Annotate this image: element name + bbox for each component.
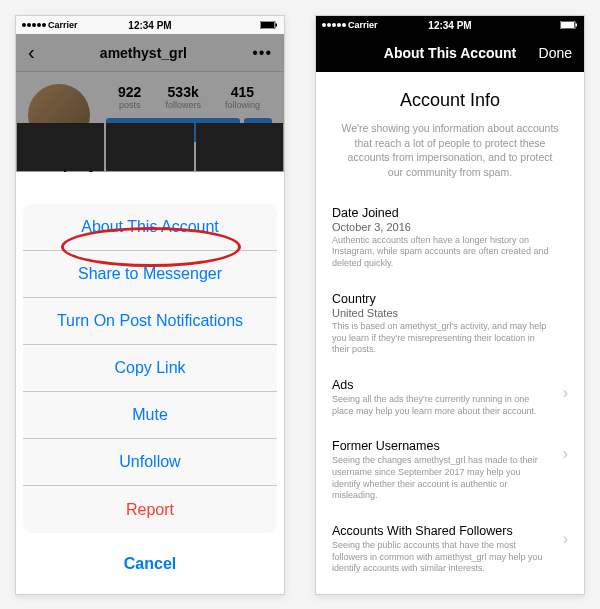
sheet-item-report[interactable]: Report	[23, 486, 277, 533]
ads-hint: Seeing all the ads they're currently run…	[332, 394, 568, 417]
shared-followers-label: Accounts With Shared Followers	[332, 524, 568, 538]
signal-icon	[322, 23, 346, 27]
svg-rect-5	[576, 24, 578, 27]
about-body: Account Info We're showing you informati…	[316, 72, 584, 595]
profile-background: ‹ amethyst_grl ••• 922posts 533kfollower…	[16, 34, 284, 172]
date-joined-value: October 3, 2016	[332, 221, 568, 233]
country-label: Country	[332, 292, 568, 306]
shared-followers-hint: Seeing the public accounts that have the…	[332, 540, 568, 575]
info-shared-followers[interactable]: Accounts With Shared Followers Seeing th…	[332, 524, 568, 575]
carrier-label: Carrier	[48, 20, 78, 30]
svg-rect-4	[561, 22, 574, 28]
battery-icon	[560, 21, 578, 29]
status-bar: Carrier 12:34 PM	[16, 16, 284, 34]
sheet-item-about[interactable]: About This Account	[23, 204, 277, 251]
ads-label: Ads	[332, 378, 568, 392]
carrier-label: Carrier	[348, 20, 378, 30]
account-info-description: We're showing you information about acco…	[332, 121, 568, 180]
svg-rect-2	[276, 24, 278, 27]
sheet-cancel-button[interactable]: Cancel	[23, 540, 277, 587]
date-joined-hint: Authentic accounts often have a longer h…	[332, 235, 568, 270]
info-country: Country United States This is based on a…	[332, 292, 568, 356]
done-button[interactable]: Done	[539, 45, 572, 61]
status-bar: Carrier 12:34 PM	[316, 16, 584, 34]
about-header: About This Account Done	[316, 34, 584, 72]
action-sheet: About This Account Share to Messenger Tu…	[16, 197, 284, 594]
former-usernames-hint: Seeing the changes amethyst_grl has made…	[332, 455, 568, 502]
info-date-joined: Date Joined October 3, 2016 Authentic ac…	[332, 206, 568, 270]
info-former-usernames[interactable]: Former Usernames Seeing the changes amet…	[332, 439, 568, 502]
status-time: 12:34 PM	[428, 20, 471, 31]
about-header-title: About This Account	[384, 45, 516, 61]
modal-overlay[interactable]	[16, 34, 284, 172]
chevron-right-icon: ›	[563, 445, 568, 463]
former-usernames-label: Former Usernames	[332, 439, 568, 453]
sheet-item-notifications[interactable]: Turn On Post Notifications	[23, 298, 277, 345]
signal-icon	[22, 23, 46, 27]
phone-left: Carrier 12:34 PM ‹ amethyst_grl ••• 922p…	[15, 15, 285, 595]
sheet-item-share[interactable]: Share to Messenger	[23, 251, 277, 298]
country-value: United States	[332, 307, 568, 319]
account-info-heading: Account Info	[332, 90, 568, 111]
sheet-item-unfollow[interactable]: Unfollow	[23, 439, 277, 486]
country-hint: This is based on amethyst_grl's activity…	[332, 321, 568, 356]
chevron-right-icon: ›	[563, 530, 568, 548]
svg-rect-1	[261, 22, 274, 28]
date-joined-label: Date Joined	[332, 206, 568, 220]
chevron-right-icon: ›	[563, 384, 568, 402]
sheet-item-copy[interactable]: Copy Link	[23, 345, 277, 392]
status-time: 12:34 PM	[128, 20, 171, 31]
sheet-item-mute[interactable]: Mute	[23, 392, 277, 439]
phone-right: Carrier 12:34 PM About This Account Done…	[315, 15, 585, 595]
battery-icon	[260, 21, 278, 29]
info-ads[interactable]: Ads Seeing all the ads they're currently…	[332, 378, 568, 417]
